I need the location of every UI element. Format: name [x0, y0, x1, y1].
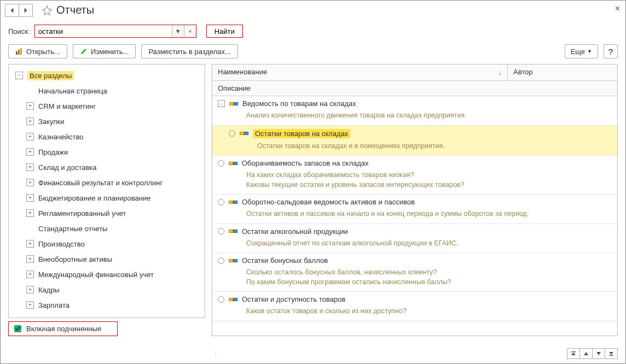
tree-item-label: Производство: [38, 240, 85, 248]
tree-item[interactable]: +Кадры: [11, 282, 202, 297]
collapse-icon[interactable]: −: [15, 72, 23, 79]
tree-item[interactable]: +Внеоборотные активы: [11, 251, 202, 267]
splitter-icon[interactable]: ⋮: [212, 351, 218, 358]
tree-item[interactable]: +Закупки: [11, 114, 202, 129]
report-icon: [229, 101, 238, 107]
report-icon: [240, 130, 248, 137]
tree-item[interactable]: +Бюджетирование и планирование: [11, 190, 202, 206]
open-button[interactable]: Открыть...: [8, 44, 67, 58]
tree-item[interactable]: +Склад и доставка: [11, 160, 202, 175]
report-row[interactable]: Оборачиваемость запасов на складахНа как…: [212, 156, 617, 195]
favorite-icon[interactable]: [41, 4, 53, 16]
collapse-icon[interactable]: −: [218, 100, 225, 107]
edit-button[interactable]: Изменить...: [73, 44, 136, 58]
expand-icon[interactable]: +: [26, 102, 34, 110]
edit-label: Изменить...: [91, 48, 129, 56]
tree-root[interactable]: −Все разделы: [11, 68, 202, 83]
expand-icon[interactable]: +: [26, 163, 34, 171]
nav-top-button[interactable]: [567, 348, 580, 359]
report-desc: Остатки активов и пассивов на начало и н…: [212, 209, 617, 224]
tree-item[interactable]: +Международный финансовый учет: [11, 267, 202, 282]
expand-icon[interactable]: +: [26, 209, 34, 217]
page-title: Отчеты: [56, 4, 94, 16]
tree-item[interactable]: +Производство: [11, 236, 202, 251]
tree-item-label: Бюджетирование и планирование: [38, 194, 150, 202]
place-button[interactable]: Разместить в разделах...: [141, 44, 238, 58]
radio-icon[interactable]: [218, 228, 224, 234]
search-label: Поиск:: [8, 27, 30, 36]
help-button[interactable]: ?: [604, 44, 618, 58]
report-desc: Сокращенный отчет по остаткам алкогольно…: [212, 239, 617, 253]
report-row[interactable]: Остатки и доступность товаровКаков остат…: [212, 292, 617, 321]
nav-up-button[interactable]: [579, 348, 593, 359]
search-clear-button[interactable]: ×: [184, 25, 196, 37]
report-row[interactable]: Остатки товаров на складахОстатки товаро…: [212, 126, 617, 156]
expand-icon[interactable]: +: [26, 240, 34, 248]
expand-icon[interactable]: +: [26, 301, 34, 309]
tree-item[interactable]: +Зарплата: [11, 297, 202, 313]
more-button[interactable]: Еще ▼: [565, 44, 598, 58]
tree-item-label: Закупки: [38, 118, 64, 126]
tree-item[interactable]: +CRM и маркетинг: [11, 98, 202, 114]
tree-item-label: Продажи: [38, 148, 68, 156]
radio-icon[interactable]: [218, 160, 224, 167]
column-desc[interactable]: Описание: [212, 81, 617, 96]
report-row[interactable]: Оборотно-сальдовая ведомость активов и п…: [212, 195, 617, 224]
column-author[interactable]: Автор: [508, 64, 617, 80]
tree-item[interactable]: +Казначейство: [11, 129, 202, 144]
tree-item[interactable]: +Финансовый результат и контроллинг: [11, 175, 202, 190]
report-row[interactable]: Остатки бонусных балловСколько осталось …: [212, 253, 617, 292]
tree-item-label: Начальная страница: [38, 87, 107, 95]
tree-item[interactable]: Стандартные отчеты: [11, 221, 202, 236]
svg-rect-3: [571, 351, 576, 353]
report-desc: Анализ количественного движения товаров …: [212, 111, 617, 125]
nav-bottom-button[interactable]: [605, 348, 618, 359]
svg-rect-4: [609, 355, 613, 356]
radio-icon[interactable]: [229, 130, 235, 137]
report-icon: [229, 257, 237, 264]
expand-icon[interactable]: +: [26, 194, 34, 202]
chart-icon: [15, 48, 23, 55]
expand-icon[interactable]: +: [26, 255, 34, 263]
expand-icon[interactable]: +: [26, 271, 34, 278]
report-desc: Сколько осталось бонусных баллов, начисл…: [212, 268, 617, 291]
back-button[interactable]: [5, 4, 19, 17]
report-row[interactable]: −Ведомость по товарам на складахАнализ к…: [212, 96, 617, 126]
tree-item-label: Стандартные отчеты: [38, 225, 107, 233]
close-button[interactable]: ×: [615, 4, 620, 14]
nav-down-button[interactable]: [592, 348, 605, 359]
expand-icon[interactable]: +: [26, 118, 34, 125]
include-subordinates-label: Включая подчиненные: [26, 325, 101, 333]
include-subordinates-input[interactable]: [14, 325, 21, 332]
pencil-icon: [80, 48, 88, 55]
report-desc: Каков остаток товаров и сколько из них д…: [212, 307, 617, 321]
find-button[interactable]: Найти: [206, 25, 243, 38]
report-title: Остатки и доступность товаров: [242, 295, 345, 303]
tree-item-label: Кадры: [38, 286, 60, 294]
radio-icon[interactable]: [218, 199, 224, 206]
radio-icon[interactable]: [218, 257, 224, 264]
expand-icon[interactable]: +: [26, 179, 34, 186]
column-name[interactable]: Наименование ↓: [212, 64, 508, 80]
radio-icon[interactable]: [218, 296, 224, 303]
report-row[interactable]: Остатки алкогольной продукцииСокращенный…: [212, 224, 617, 254]
report-icon: [229, 228, 237, 234]
search-input[interactable]: [35, 25, 172, 37]
tree-item[interactable]: +Регламентированный учет: [11, 206, 202, 221]
expand-icon[interactable]: +: [26, 133, 34, 140]
search-dropdown-button[interactable]: ▼: [172, 25, 184, 37]
include-subordinates-checkbox[interactable]: Включая подчиненные: [8, 321, 118, 336]
expand-icon[interactable]: +: [26, 148, 34, 156]
report-title: Остатки бонусных баллов: [242, 256, 328, 265]
report-title: Оборотно-сальдовая ведомость активов и п…: [242, 198, 415, 206]
svg-rect-2: [20, 48, 22, 55]
tree-item[interactable]: +Продажи: [11, 144, 202, 160]
tree-item[interactable]: Начальная страница: [11, 83, 202, 98]
expand-icon[interactable]: +: [26, 286, 34, 293]
forward-button[interactable]: [19, 4, 33, 17]
tree-item[interactable]: Выплаты: [11, 313, 202, 318]
tree-item-label: Финансовый результат и контроллинг: [38, 179, 163, 187]
report-title: Остатки товаров на складах: [253, 129, 350, 138]
tree-item-label: Регламентированный учет: [38, 209, 126, 218]
chevron-down-icon: ▼: [587, 49, 592, 54]
